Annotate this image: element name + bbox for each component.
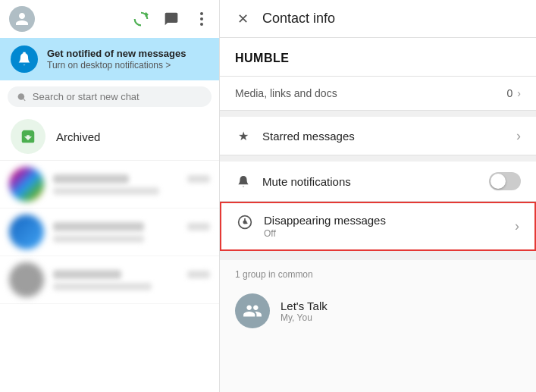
search-input[interactable] — [33, 91, 202, 102]
mute-row[interactable]: Mute notifications — [220, 162, 536, 202]
svg-point-2 — [200, 23, 203, 26]
starred-row[interactable]: ★ Starred messages › — [220, 117, 536, 155]
disappearing-sublabel: Off — [264, 228, 386, 239]
chat-item[interactable] — [0, 209, 219, 256]
svg-line-6 — [24, 99, 25, 100]
panel-title: Contact info — [262, 11, 335, 27]
star-icon: ★ — [235, 127, 252, 144]
mute-label: Mute notifications — [262, 175, 351, 188]
archive-icon — [11, 119, 45, 154]
user-avatar[interactable] — [9, 6, 35, 32]
bell-icon — [235, 173, 252, 190]
media-row[interactable]: Media, links and docs 0 › — [220, 77, 536, 111]
group-avatar — [235, 293, 270, 328]
new-chat-icon[interactable] — [163, 11, 180, 27]
notification-text: Get notified of new messages Turn on des… — [47, 48, 208, 71]
divider — [220, 155, 536, 162]
starred-chevron-icon: › — [516, 128, 521, 144]
chat-name — [53, 222, 144, 231]
archived-row[interactable]: Archived — [0, 113, 219, 161]
notification-icon — [11, 45, 38, 73]
group-members: My, You — [281, 312, 328, 323]
chat-info — [53, 174, 210, 195]
top-bar-icons — [133, 11, 210, 27]
notification-banner[interactable]: Get notified of new messages Turn on des… — [0, 38, 219, 80]
notification-title: Get notified of new messages — [47, 48, 208, 61]
disappearing-chevron-icon: › — [515, 218, 519, 234]
divider — [220, 251, 536, 260]
refresh-icon[interactable] — [133, 11, 149, 27]
chat-info — [53, 270, 210, 290]
starred-row-left: ★ Starred messages — [235, 127, 355, 144]
svg-point-1 — [200, 17, 203, 20]
media-chevron-icon: › — [517, 87, 521, 99]
disappearing-text: Disappearing messages Off — [264, 214, 386, 239]
chat-preview — [53, 235, 144, 243]
svg-point-8 — [243, 221, 246, 223]
chat-preview — [53, 187, 159, 195]
avatar — [9, 262, 44, 297]
avatar — [9, 215, 44, 249]
more-options-icon[interactable] — [193, 11, 210, 27]
search-icon — [17, 92, 27, 102]
disappearing-row[interactable]: Disappearing messages Off › — [220, 202, 536, 251]
search-bar[interactable] — [8, 86, 212, 107]
media-label: Media, links and docs — [235, 87, 337, 99]
chat-preview — [53, 283, 152, 290]
chat-item[interactable] — [0, 256, 219, 304]
left-panel: Get notified of new messages Turn on des… — [0, 0, 220, 392]
group-item[interactable]: Let's Talk My, You — [235, 287, 521, 334]
archived-label: Archived — [56, 130, 100, 143]
contact-name: HUMBLE — [235, 52, 521, 65]
groups-section: 1 group in common Let's Talk My, You — [220, 260, 536, 339]
chat-item[interactable] — [0, 161, 219, 209]
contact-name-section: HUMBLE — [220, 38, 536, 77]
right-header: ✕ Contact info — [220, 0, 536, 38]
svg-point-0 — [200, 12, 203, 15]
notification-subtitle: Turn on desktop notifications > — [47, 60, 208, 71]
groups-count-label: 1 group in common — [235, 269, 521, 280]
chat-list — [0, 161, 219, 392]
group-name: Let's Talk — [281, 299, 328, 312]
avatar — [9, 167, 44, 202]
chat-name — [53, 270, 121, 279]
disappearing-label: Disappearing messages — [264, 214, 386, 227]
media-count: 0 — [507, 87, 513, 99]
top-bar — [0, 0, 219, 38]
starred-label: Starred messages — [262, 130, 355, 143]
chat-time — [187, 223, 210, 230]
right-panel: ✕ Contact info HUMBLE Media, links and d… — [220, 0, 536, 392]
chat-time — [187, 271, 210, 278]
close-button[interactable]: ✕ — [234, 10, 252, 28]
mute-toggle[interactable] — [489, 172, 521, 190]
disappearing-icon — [237, 214, 253, 230]
disappearing-left: Disappearing messages Off — [237, 214, 386, 239]
chat-name — [53, 174, 129, 183]
group-info: Let's Talk My, You — [281, 299, 328, 323]
chat-time — [187, 175, 210, 183]
svg-point-5 — [18, 93, 25, 100]
mute-row-left: Mute notifications — [235, 173, 351, 190]
chat-info — [53, 222, 210, 243]
media-count-chevron: 0 › — [507, 87, 521, 99]
divider — [220, 111, 536, 117]
